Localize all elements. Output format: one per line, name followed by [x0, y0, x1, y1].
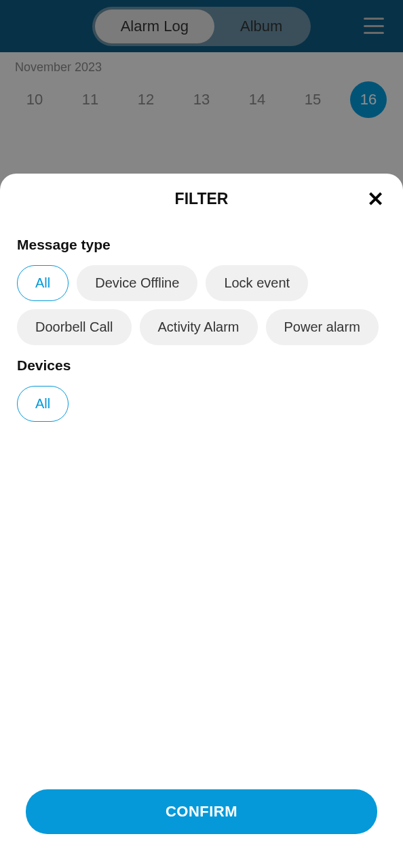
devices-label: Devices [17, 357, 386, 374]
filter-content: Message type All Device Offline Lock eve… [0, 224, 403, 789]
devices-chips: All [17, 386, 386, 422]
message-type-label: Message type [17, 237, 386, 253]
close-icon[interactable]: ✕ [367, 189, 384, 210]
chip-doorbell-call[interactable]: Doorbell Call [17, 309, 132, 345]
message-type-chips: All Device Offline Lock event Doorbell C… [17, 265, 386, 345]
filter-modal: FILTER ✕ Message type All Device Offline… [0, 174, 403, 868]
chip-all-devices[interactable]: All [17, 386, 69, 422]
filter-footer: CONFIRM [0, 789, 403, 868]
filter-modal-header: FILTER ✕ [0, 174, 403, 224]
chip-device-offline[interactable]: Device Offline [77, 265, 197, 301]
chip-activity-alarm[interactable]: Activity Alarm [140, 309, 258, 345]
confirm-button[interactable]: CONFIRM [26, 789, 377, 834]
chip-all-messages[interactable]: All [17, 265, 69, 301]
chip-power-alarm[interactable]: Power alarm [266, 309, 379, 345]
filter-title: FILTER [175, 190, 229, 208]
chip-lock-event[interactable]: Lock event [206, 265, 308, 301]
